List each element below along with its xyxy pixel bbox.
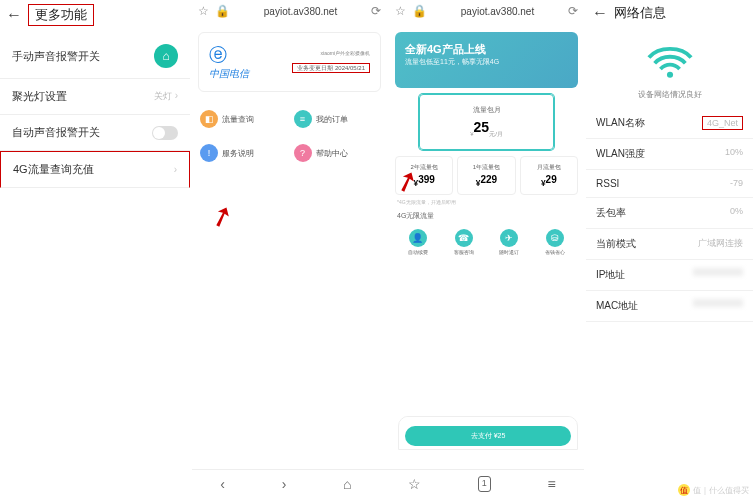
- plan-month[interactable]: 月流量包¥29: [520, 156, 578, 195]
- star-icon[interactable]: ☆: [395, 4, 406, 18]
- star-icon[interactable]: ☆: [198, 4, 209, 18]
- feature-cancel: ✈随时退订: [499, 229, 519, 255]
- back-icon[interactable]: ←: [6, 6, 22, 24]
- ip-value-blurred: [693, 268, 743, 276]
- coins-icon: ⛁: [546, 229, 564, 247]
- lock-icon: 🔒: [412, 4, 427, 18]
- telecom-card: ⓔ 中国电信 xiaomi户外全彩摄像机 业务变更日期 2024/05/21: [198, 32, 381, 92]
- plane-icon: ✈: [500, 229, 518, 247]
- chevron-right-icon: ›: [174, 164, 177, 175]
- telecom-date: 业务变更日期 2024/05/21: [292, 63, 370, 73]
- row-wlan-strength: WLAN强度10%: [586, 139, 753, 170]
- refresh-icon[interactable]: ⟳: [371, 4, 381, 18]
- telecom-meta: xiaomi户外全彩摄像机: [257, 50, 370, 56]
- item-4g-recharge[interactable]: 4G流量查询充值 ›: [0, 151, 190, 188]
- feature-icons: 👤自动续费 ☎客服咨询 ✈随时退订 ⛁省钱省心: [395, 229, 578, 255]
- item-value: 关灯: [154, 91, 172, 101]
- mac-value-blurred: [693, 299, 743, 307]
- item-spotlight[interactable]: 聚光灯设置 关灯 ›: [0, 79, 190, 115]
- nav-forward-icon[interactable]: ›: [282, 476, 287, 492]
- telecom-logo-icon: ⓔ: [209, 43, 249, 67]
- section-title: 4G无限流量: [397, 211, 576, 221]
- note: *4G无限流量，开通后即用: [397, 199, 576, 205]
- page-title: 更多功能: [28, 4, 94, 26]
- grid-item-help[interactable]: ?帮助中心: [290, 136, 384, 170]
- row-wlan-name: WLAN名称4G_Net: [586, 108, 753, 139]
- page-title: 网络信息: [614, 4, 666, 22]
- nav-menu-icon[interactable]: ≡: [547, 476, 555, 492]
- home-icon[interactable]: ⌂: [154, 44, 178, 68]
- row-ip: IP地址: [586, 260, 753, 291]
- item-label: 手动声音报警开关: [12, 49, 100, 64]
- refresh-icon[interactable]: ⟳: [568, 4, 578, 18]
- usage-icon: ◧: [200, 110, 218, 128]
- grid-item-orders[interactable]: ≡我的订单: [290, 102, 384, 136]
- item-manual-alarm[interactable]: 手动声音报警开关 ⌂: [0, 34, 190, 79]
- item-label: 自动声音报警开关: [12, 125, 100, 140]
- plan-1year[interactable]: 1年流量包¥229: [457, 156, 515, 195]
- browser-header: ☆ 🔒 payiot.av380.net ⟳: [192, 0, 387, 26]
- nav-back-icon[interactable]: ‹: [220, 476, 225, 492]
- arrow-annotation-icon: ➚: [205, 197, 238, 236]
- banner-subtitle: 流量包低至11元，畅享无限4G: [405, 57, 568, 67]
- back-icon[interactable]: ←: [592, 4, 608, 22]
- orders-icon: ≡: [294, 110, 312, 128]
- svg-point-0: [666, 72, 672, 78]
- banner-title: 全新4G产品上线: [405, 42, 568, 57]
- toggle-off[interactable]: [152, 126, 178, 140]
- row-rssi: RSSI-79: [586, 170, 753, 198]
- service-icon: !: [200, 144, 218, 162]
- nav-bookmark-icon[interactable]: ☆: [408, 476, 421, 492]
- user-icon: 👤: [409, 229, 427, 247]
- promo-banner[interactable]: 全新4G产品上线 流量包低至11元，畅享无限4G: [395, 32, 578, 88]
- nav-home-icon[interactable]: ⌂: [343, 476, 351, 492]
- wifi-status-text: 设备网络情况良好: [586, 89, 753, 100]
- telecom-brand: 中国电信: [209, 67, 249, 81]
- grid-item-service[interactable]: !服务说明: [196, 136, 290, 170]
- watermark: 值 值｜什么值得买: [678, 484, 749, 496]
- browser-header: ☆ 🔒 payiot.av380.net ⟳: [389, 0, 584, 26]
- wlan-name-value: 4G_Net: [702, 116, 743, 130]
- pay-button[interactable]: 去支付 ¥25: [405, 426, 571, 446]
- lock-icon: 🔒: [215, 4, 230, 18]
- plan-featured[interactable]: 流量包月 ¥25元/月: [419, 94, 554, 150]
- grid-item-usage[interactable]: ◧流量查询: [196, 102, 290, 136]
- pay-bar: 去支付 ¥25: [398, 416, 578, 450]
- nav-tabs-icon[interactable]: 1: [478, 476, 491, 492]
- wifi-status-block: 设备网络情况良好: [586, 30, 753, 108]
- row-packet-loss: 丢包率0%: [586, 198, 753, 229]
- wifi-icon: [647, 46, 693, 81]
- feature-autorenew: 👤自动续费: [408, 229, 428, 255]
- row-mac: MAC地址: [586, 291, 753, 322]
- row-mode: 当前模式广域网连接: [586, 229, 753, 260]
- chevron-right-icon: ›: [175, 90, 178, 101]
- phone-icon: ☎: [455, 229, 473, 247]
- plan-price: ¥25元/月: [430, 119, 543, 139]
- item-auto-alarm[interactable]: 自动声音报警开关: [0, 115, 190, 151]
- plan-row: 2年流量包¥399 1年流量包¥229 月流量包¥29: [395, 156, 578, 195]
- item-label: 4G流量查询充值: [13, 162, 94, 177]
- item-label: 聚光灯设置: [12, 89, 67, 104]
- feature-save: ⛁省钱省心: [545, 229, 565, 255]
- help-icon: ?: [294, 144, 312, 162]
- service-grid: ◧流量查询 ≡我的订单 !服务说明 ?帮助中心: [192, 98, 387, 174]
- url-text[interactable]: payiot.av380.net: [236, 6, 365, 17]
- url-text[interactable]: payiot.av380.net: [433, 6, 562, 17]
- feature-support: ☎客服咨询: [454, 229, 474, 255]
- watermark-icon: 值: [678, 484, 690, 496]
- plan-name: 流量包月: [430, 105, 543, 115]
- browser-toolbar: ‹ › ⌂ ☆ 1 ≡: [192, 469, 584, 498]
